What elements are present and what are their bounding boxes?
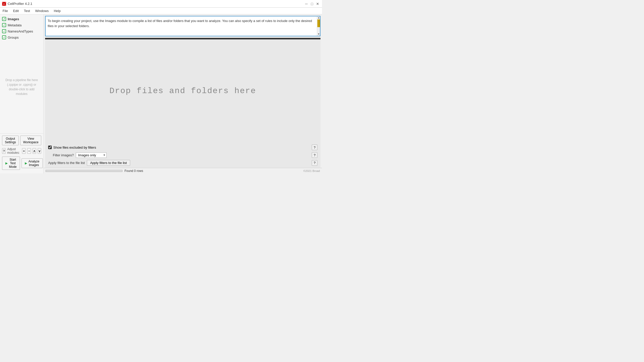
- start-test-label: Start Test Mode: [9, 158, 17, 169]
- sidebar-label-images: Images: [8, 17, 19, 21]
- filter-images-help-button[interactable]: ?: [312, 152, 317, 158]
- sidebar-label-groups: Groups: [8, 36, 19, 39]
- check-icon-groups: ✓: [2, 35, 6, 39]
- apply-filters-button[interactable]: Apply filters to the file list: [87, 160, 130, 166]
- scroll-up-arrow[interactable]: ▲: [317, 16, 320, 19]
- filter-images-select[interactable]: Images only All files Custom: [76, 152, 107, 158]
- help-button[interactable]: ?: [2, 148, 6, 154]
- play-icon-test: ▶: [5, 161, 8, 165]
- drop-zone-text: Drop files and folders here: [109, 86, 256, 96]
- output-settings-button[interactable]: Output Settings: [2, 136, 19, 145]
- title-bar: C CellProfiler 4.2.1 ─ □ ✕: [0, 0, 322, 8]
- menu-help[interactable]: Help: [51, 8, 63, 13]
- app-icon: C: [2, 2, 6, 6]
- description-text: To begin creating your project, use the …: [48, 19, 312, 28]
- filter-images-label: Filter images?: [48, 153, 74, 157]
- scrollbar-thumb[interactable]: [317, 19, 320, 27]
- move-up-button[interactable]: ∧: [33, 148, 36, 154]
- add-module-button[interactable]: +: [22, 148, 26, 154]
- adjust-modules-row: ? Adjust modules: + − ∧ ∨: [2, 147, 41, 155]
- menu-test[interactable]: Test: [21, 8, 33, 13]
- window-title: CellProfiler 4.2.1: [8, 2, 32, 6]
- analyze-images-label: Analyze Images: [28, 160, 39, 167]
- check-icon-namesandtypes: ✓: [2, 29, 6, 33]
- play-icon-analyze: ▶: [25, 161, 27, 165]
- progress-bar: [46, 170, 122, 172]
- minimize-button[interactable]: ─: [304, 2, 309, 6]
- file-drop-zone[interactable]: Drop files and folders here: [45, 39, 320, 142]
- view-workspace-button[interactable]: View Workspace: [20, 136, 41, 145]
- pipeline-drop-area[interactable]: Drop a pipeline file here (.cppipe or .c…: [0, 40, 43, 133]
- adjust-modules-label: Adjust modules:: [7, 147, 20, 155]
- apply-filters-label: Apply filters to the file list: [48, 161, 85, 165]
- apply-filters-help-button[interactable]: ?: [312, 160, 317, 166]
- sidebar-item-metadata[interactable]: ✓ Metadata: [0, 22, 43, 28]
- sidebar-label-metadata: Metadata: [8, 23, 22, 27]
- svg-text:C: C: [3, 3, 5, 5]
- start-test-button[interactable]: ▶ Start Test Mode: [2, 157, 20, 170]
- show-excluded-label[interactable]: Show files excluded by filters: [48, 146, 96, 149]
- app-body: ✓ Images ✓ Metadata ✓ NamesAndTypes ✓ Gr…: [0, 14, 322, 173]
- filter-images-dropdown-wrapper: Images only All files Custom: [76, 152, 107, 158]
- check-icon-metadata: ✓: [2, 23, 6, 27]
- show-excluded-row: Show files excluded by filters ?: [48, 145, 317, 150]
- scroll-down-arrow[interactable]: ▼: [317, 33, 320, 36]
- sidebar-workspace-buttons: Output Settings View Workspace: [2, 136, 41, 145]
- apply-filters-row: Apply filters to the file list Apply fil…: [48, 160, 317, 166]
- status-text: Found 0 rows: [124, 169, 143, 173]
- description-area: To begin creating your project, use the …: [45, 16, 320, 36]
- move-down-button[interactable]: ∨: [38, 148, 41, 154]
- main-panel: To begin creating your project, use the …: [44, 14, 322, 173]
- pipeline-drop-hint: Drop a pipeline file here (.cppipe or .c…: [4, 78, 39, 96]
- show-excluded-checkbox[interactable]: [48, 146, 52, 149]
- scrollbar-right[interactable]: ▲ ▼: [317, 16, 320, 36]
- sidebar-bottom: Output Settings View Workspace ? Adjust …: [0, 133, 43, 172]
- menu-bar: File Edit Test Windows Help: [0, 8, 322, 14]
- sidebar-label-namesandtypes: NamesAndTypes: [8, 29, 33, 33]
- menu-edit[interactable]: Edit: [11, 8, 21, 13]
- sidebar-item-images[interactable]: ✓ Images: [0, 16, 43, 22]
- show-excluded-help-button[interactable]: ?: [312, 145, 317, 150]
- title-bar-left: C CellProfiler 4.2.1: [2, 2, 32, 6]
- build-info: ©2021 Broad: [303, 169, 320, 172]
- sidebar-item-namesandtypes[interactable]: ✓ NamesAndTypes: [0, 28, 43, 34]
- remove-module-button[interactable]: −: [27, 148, 31, 154]
- analysis-buttons: ▶ Start Test Mode ▶ Analyze Images: [2, 157, 41, 170]
- controls-area: Show files excluded by filters ? Filter …: [45, 142, 320, 168]
- sidebar-item-groups[interactable]: ✓ Groups: [0, 34, 43, 40]
- analyze-images-button[interactable]: ▶ Analyze Images: [22, 158, 43, 168]
- status-bar: Found 0 rows ©2021 Broad: [44, 168, 322, 173]
- maximize-button[interactable]: □: [310, 2, 314, 6]
- menu-file[interactable]: File: [0, 8, 11, 13]
- show-excluded-text: Show files excluded by filters: [53, 146, 96, 149]
- window-controls[interactable]: ─ □ ✕: [304, 2, 320, 6]
- close-button[interactable]: ✕: [315, 2, 320, 6]
- filter-images-row: Filter images? Images only All files Cus…: [48, 152, 317, 158]
- menu-windows[interactable]: Windows: [33, 8, 51, 13]
- sidebar: ✓ Images ✓ Metadata ✓ NamesAndTypes ✓ Gr…: [0, 14, 44, 173]
- check-icon-images: ✓: [2, 17, 6, 21]
